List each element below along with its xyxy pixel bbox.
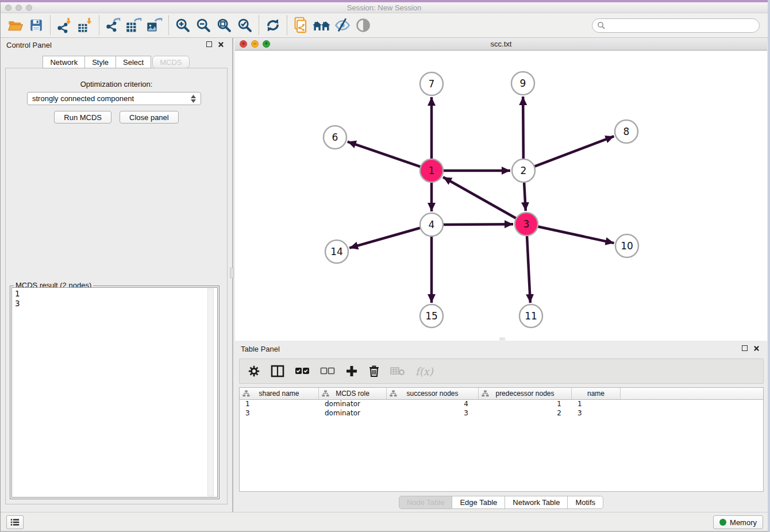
- hide-details-icon[interactable]: [332, 16, 353, 35]
- close-table-panel-icon[interactable]: [753, 345, 760, 352]
- tab-network-table[interactable]: Network Table: [505, 496, 568, 509]
- import-table-icon[interactable]: [75, 16, 95, 35]
- cell-name[interactable]: 3: [572, 409, 621, 418]
- memory-button[interactable]: Memory: [713, 515, 763, 529]
- show-details-icon[interactable]: [353, 16, 374, 35]
- cell-MCDS-role[interactable]: dominator: [319, 409, 387, 418]
- delete-table-icon[interactable]: [390, 366, 405, 376]
- table-row[interactable]: 3dominator323: [240, 409, 763, 418]
- network-window-titlebar[interactable]: × − + scc.txt: [235, 38, 767, 51]
- toolbar-separator: [259, 16, 259, 35]
- mcds-result-text: 1 3: [15, 289, 20, 309]
- tab-edge-table[interactable]: Edge Table: [452, 496, 505, 509]
- save-session-icon[interactable]: [26, 16, 47, 35]
- tab-mcds[interactable]: MCDS: [152, 56, 189, 68]
- node-1[interactable]: 1: [420, 159, 443, 182]
- node-7[interactable]: 7: [420, 72, 443, 95]
- edge-3-11[interactable]: [527, 236, 530, 303]
- search-field-wrap: [592, 18, 760, 33]
- cell-successor-nodes[interactable]: 3: [387, 409, 479, 418]
- cell-name[interactable]: 1: [572, 400, 621, 409]
- column-header-successor-nodes[interactable]: successor nodes: [387, 388, 479, 399]
- node-label-8: 8: [623, 126, 630, 137]
- edge-3-1[interactable]: [443, 177, 517, 218]
- edge-2-9[interactable]: [523, 97, 523, 159]
- tab-style[interactable]: Style: [84, 56, 116, 68]
- edge-4-14[interactable]: [349, 228, 421, 248]
- close-panel-icon[interactable]: [218, 41, 224, 48]
- zoom-in-icon[interactable]: [172, 16, 193, 35]
- node-label-9: 9: [520, 78, 526, 89]
- node-15[interactable]: 15: [420, 304, 443, 327]
- column-header-predecessor-nodes[interactable]: predecessor nodes: [479, 388, 572, 399]
- zoom-selected-icon[interactable]: [234, 16, 255, 35]
- cell-predecessor-nodes[interactable]: 2: [479, 409, 572, 418]
- column-header-MCDS-role[interactable]: MCDS role: [319, 388, 387, 399]
- node-14[interactable]: 14: [325, 240, 348, 263]
- function-builder-icon[interactable]: f(x): [415, 365, 433, 377]
- export-table-icon[interactable]: [124, 16, 144, 35]
- task-history-button[interactable]: [6, 515, 24, 529]
- float-table-panel-icon[interactable]: [742, 345, 748, 351]
- column-header-name[interactable]: name: [572, 388, 621, 399]
- result-scrollbar[interactable]: [207, 288, 214, 496]
- split-panel-icon[interactable]: [271, 365, 284, 377]
- cell-shared-name[interactable]: 1: [240, 400, 319, 409]
- memory-status-icon: [719, 519, 726, 526]
- node-6[interactable]: 6: [324, 126, 346, 149]
- tab-select[interactable]: Select: [116, 56, 151, 68]
- delete-column-icon[interactable]: [368, 365, 380, 377]
- table-settings-icon[interactable]: [248, 365, 260, 377]
- import-network-icon[interactable]: [54, 16, 75, 35]
- edge-4-3[interactable]: [443, 224, 513, 225]
- node-8[interactable]: 8: [615, 120, 638, 143]
- add-column-icon[interactable]: [345, 365, 358, 377]
- node-4[interactable]: 4: [420, 213, 443, 236]
- control-panel-tabs: NetworkStyleSelectMCDS: [1, 56, 232, 68]
- app-titlebar: Session: New Session: [1, 2, 768, 13]
- zoom-fit-icon[interactable]: [214, 16, 234, 35]
- tab-network[interactable]: Network: [43, 56, 85, 68]
- node-2[interactable]: 2: [512, 159, 535, 182]
- new-network-from-selection-icon[interactable]: [291, 16, 311, 35]
- toolbar-separator: [50, 16, 51, 35]
- graphics-details-icon[interactable]: [311, 16, 332, 35]
- select-spinner-icon: [191, 95, 196, 103]
- node-9[interactable]: 9: [511, 72, 534, 95]
- open-session-icon[interactable]: [5, 16, 26, 35]
- control-panel-title: Control Panel: [6, 41, 52, 49]
- apply-layout-icon[interactable]: [263, 16, 283, 35]
- node-10[interactable]: 10: [615, 234, 638, 257]
- table-row[interactable]: 1dominator411: [240, 400, 763, 409]
- tab-node-table[interactable]: Node Table: [399, 496, 453, 509]
- edge-3-10[interactable]: [538, 226, 614, 243]
- network-canvas[interactable]: 7968124314101511: [235, 51, 767, 341]
- float-panel-icon[interactable]: [206, 41, 212, 47]
- window-resize-handle[interactable]: [499, 338, 505, 340]
- search-input[interactable]: [592, 18, 760, 33]
- edge-2-8[interactable]: [534, 136, 614, 167]
- cell-MCDS-role[interactable]: dominator: [319, 400, 387, 409]
- node-label-2: 2: [521, 165, 527, 176]
- node-label-10: 10: [621, 240, 633, 252]
- zoom-out-icon[interactable]: [193, 16, 214, 35]
- cell-predecessor-nodes[interactable]: 1: [479, 400, 572, 409]
- column-header-shared-name[interactable]: shared name: [240, 388, 319, 399]
- run-mcds-button[interactable]: Run MCDS: [54, 111, 111, 124]
- select-all-icon[interactable]: [295, 367, 310, 375]
- mcds-result-box[interactable]: 1 3: [11, 287, 218, 498]
- criterion-select[interactable]: strongly connected component: [27, 92, 201, 105]
- close-panel-button[interactable]: Close panel: [120, 111, 179, 124]
- cell-shared-name[interactable]: 3: [240, 409, 319, 418]
- export-image-icon[interactable]: [144, 16, 165, 35]
- export-network-icon[interactable]: [103, 16, 124, 35]
- node-11[interactable]: 11: [519, 304, 542, 327]
- panel-splitter-handle[interactable]: [230, 268, 234, 278]
- deselect-all-icon[interactable]: [320, 367, 335, 375]
- edge-2-3[interactable]: [524, 182, 526, 211]
- edge-1-6[interactable]: [348, 142, 421, 167]
- cell-successor-nodes[interactable]: 4: [387, 400, 479, 409]
- tab-motifs[interactable]: Motifs: [567, 496, 603, 509]
- node-3[interactable]: 3: [515, 213, 538, 236]
- toolbar-separator: [168, 16, 169, 35]
